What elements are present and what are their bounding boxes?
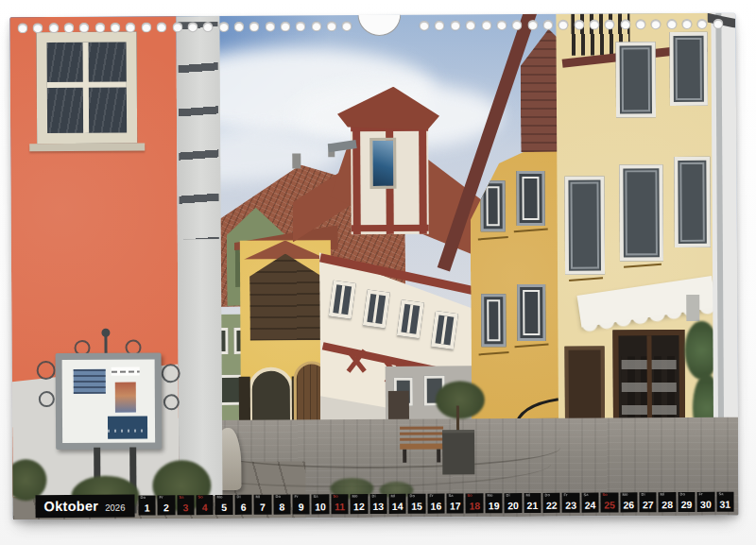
window <box>616 42 656 117</box>
weekday-abbr: Fr <box>160 495 163 499</box>
day-number: 2 <box>158 502 175 513</box>
window <box>431 311 458 349</box>
day-number: 9 <box>292 501 309 512</box>
planter-tree-foliage <box>436 381 485 418</box>
date-cell: Fr 16 <box>427 494 445 514</box>
binding-hole <box>574 20 584 30</box>
board-finial <box>101 329 110 337</box>
iron-scroll <box>162 364 180 383</box>
weekday-abbr: Sa <box>179 495 183 499</box>
binding-hole <box>527 20 538 30</box>
binding-hole <box>635 19 645 29</box>
wooden-bench <box>400 427 443 465</box>
weekday-abbr: Mo <box>352 494 358 498</box>
day-number: 6 <box>234 502 251 513</box>
binding-hole <box>172 22 182 32</box>
binding-hole <box>620 19 630 29</box>
date-cell: So 4 <box>196 495 214 515</box>
date-cell: Do 15 <box>408 494 426 514</box>
date-cells: Do 1 Fr 2 Sa 3 So 4 Mo 5 Di 6 Mi 7 Do 8 … <box>138 492 733 516</box>
weekday-abbr: Di <box>236 495 240 499</box>
weekday-abbr: Di <box>371 494 375 498</box>
weekday-abbr: So <box>198 495 202 499</box>
flower-bracket <box>514 229 548 233</box>
year-label: 2026 <box>105 502 125 513</box>
binding-hole <box>17 23 27 33</box>
date-cell: Mo 5 <box>215 495 233 515</box>
day-number: 19 <box>485 500 502 511</box>
day-number: 5 <box>215 502 232 513</box>
binding-hole <box>233 22 244 32</box>
binding-hole <box>141 22 151 32</box>
binding-hole <box>63 23 74 33</box>
window <box>517 284 545 341</box>
day-number: 27 <box>640 499 657 510</box>
binding-hole <box>48 23 59 33</box>
corner-windows <box>178 22 218 239</box>
binding-hole <box>481 20 491 30</box>
day-number: 18 <box>466 500 483 511</box>
date-cell: Di 13 <box>369 494 387 514</box>
window <box>619 164 663 261</box>
date-cell: Di 27 <box>639 492 657 512</box>
date-cell: Mo 26 <box>620 492 638 512</box>
iron-scroll <box>39 391 55 407</box>
window <box>674 157 711 247</box>
binding-hole <box>265 22 275 32</box>
weekday-abbr: Mo <box>622 492 627 496</box>
window-mullion <box>47 82 127 89</box>
weekday-abbr: Mo <box>487 493 492 497</box>
poster <box>112 367 140 376</box>
timber-post <box>419 123 427 234</box>
day-number: 26 <box>620 499 637 510</box>
poster <box>108 416 147 438</box>
day-number: 28 <box>659 499 676 510</box>
month-name: Oktober <box>43 495 98 518</box>
gray-corner-building <box>176 16 222 496</box>
window-sill <box>29 143 145 151</box>
window <box>481 294 506 347</box>
day-number: 21 <box>524 500 541 511</box>
window <box>363 290 390 329</box>
date-cell: Sa 3 <box>177 495 195 515</box>
weekday-abbr: Mi <box>525 493 530 497</box>
weekday-abbr: Fr <box>564 493 568 497</box>
day-number: 24 <box>581 500 598 511</box>
weekday-abbr: Di <box>641 492 644 496</box>
weekday-abbr: So <box>603 492 608 496</box>
date-cell: Mo 12 <box>351 494 369 514</box>
date-cell: So 18 <box>466 493 484 513</box>
window <box>564 177 605 275</box>
date-cell: So 11 <box>331 494 349 514</box>
date-cell: Fr 9 <box>292 494 310 514</box>
day-number: 13 <box>369 501 387 512</box>
weekday-abbr: Fr <box>429 494 433 498</box>
day-number: 25 <box>601 499 618 510</box>
date-cell: Sa 10 <box>312 494 330 514</box>
timbered-dormer <box>343 87 435 239</box>
date-cell: Sa 17 <box>447 493 465 513</box>
wall-sign <box>686 295 699 321</box>
day-number: 12 <box>351 501 368 512</box>
day-number: 7 <box>254 502 271 513</box>
dormer-roof <box>337 87 439 131</box>
date-cell: Sa 31 <box>716 492 734 512</box>
day-number: 14 <box>388 501 405 512</box>
date-cell: Mi 7 <box>254 495 272 515</box>
binding-hole <box>326 21 336 31</box>
date-cell: Di 20 <box>505 493 523 513</box>
notice-board-panel <box>62 359 156 443</box>
day-number: 15 <box>408 501 425 512</box>
weekday-abbr: Mo <box>217 495 223 499</box>
weekday-abbr: Di <box>507 493 510 497</box>
day-number: 20 <box>505 500 522 511</box>
weekday-abbr: Do <box>679 492 685 496</box>
board-finial <box>104 334 107 355</box>
weekday-abbr: Sa <box>314 494 318 498</box>
binding-hole <box>496 20 507 30</box>
day-number: 29 <box>678 499 695 510</box>
window <box>329 281 356 319</box>
iron-scroll <box>37 361 56 380</box>
date-cell: Di 6 <box>234 495 252 515</box>
date-cell: Sa 24 <box>581 493 599 513</box>
